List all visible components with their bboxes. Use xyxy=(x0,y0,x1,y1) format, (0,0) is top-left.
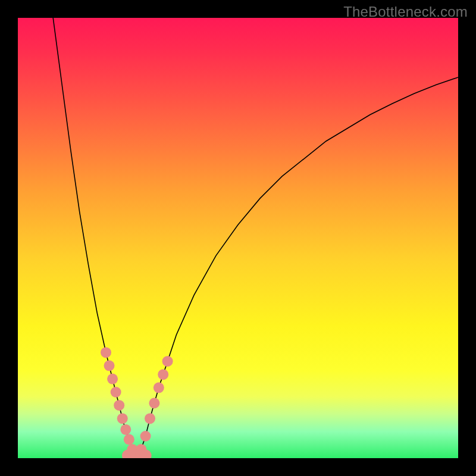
chart-plot-area xyxy=(18,18,458,458)
curve-dot xyxy=(140,431,151,441)
curve-right-branch xyxy=(137,77,458,458)
curve-dot xyxy=(101,347,111,358)
curve-dot xyxy=(111,387,121,397)
curve-dot xyxy=(120,424,131,435)
curve-dot xyxy=(107,374,118,384)
curve-dot xyxy=(117,413,128,424)
curve-dot xyxy=(114,400,124,411)
curve-dot xyxy=(145,413,155,424)
curve-left-branch xyxy=(53,18,137,458)
curve-dot-markers xyxy=(101,347,173,458)
curve-dot xyxy=(149,398,159,409)
curve-dot xyxy=(124,434,134,445)
curve-dot xyxy=(104,361,115,371)
watermark-text: TheBottleneck.com xyxy=(343,4,468,20)
curve-dot xyxy=(162,356,173,367)
curve-dot xyxy=(154,383,164,393)
chart-curves-svg xyxy=(18,18,458,458)
curve-dot xyxy=(158,369,168,380)
